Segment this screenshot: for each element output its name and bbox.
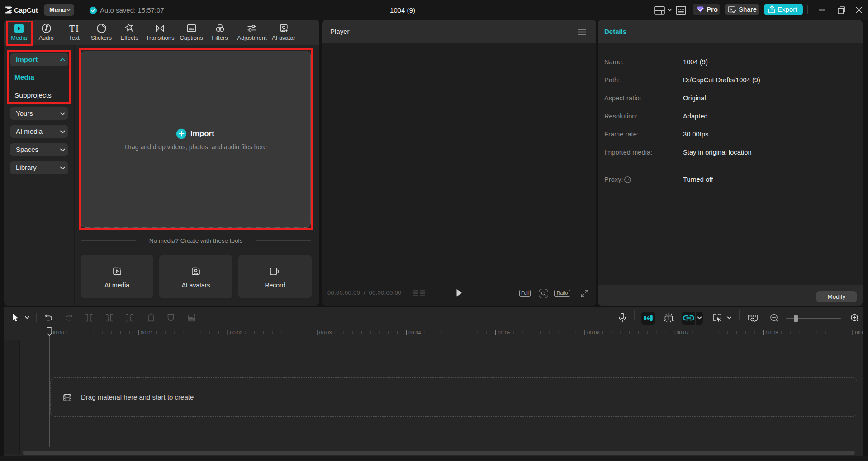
svg-text:?: ? [626, 177, 629, 182]
svg-text:00:08: 00:08 [766, 330, 778, 335]
svg-text:00:07: 00:07 [676, 330, 689, 335]
svg-text:00:06: 00:06 [587, 330, 600, 335]
svg-text:00:09: 00:09 [855, 330, 863, 335]
svg-text:00:03: 00:03 [319, 330, 332, 335]
svg-text:00:04: 00:04 [408, 330, 421, 335]
svg-text:00:05: 00:05 [498, 330, 511, 335]
svg-text:00:00: 00:00 [52, 330, 64, 335]
svg-text:00:02: 00:02 [230, 330, 242, 335]
svg-text:00:01: 00:01 [141, 330, 153, 335]
